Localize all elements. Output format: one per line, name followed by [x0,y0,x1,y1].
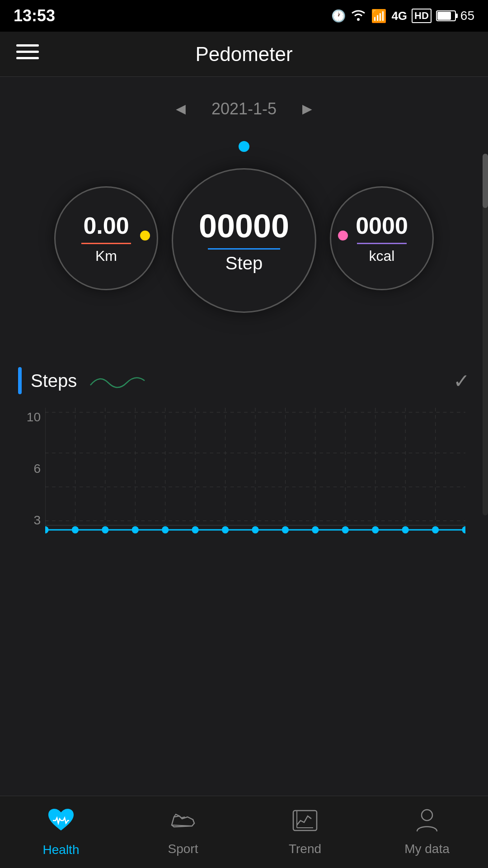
nav-trend[interactable]: Trend [244,808,366,856]
step-indicator-dot [239,141,249,152]
nav-health[interactable]: Health [0,807,122,857]
nav-sport-label: Sport [168,842,198,856]
status-icons: 🕐 📶 4G HD 65 [331,8,474,24]
mydata-icon [413,808,441,838]
steps-chart: 10 6 3 [23,408,465,543]
prev-date-button[interactable]: ◄ [168,95,193,123]
header: Pedometer [0,32,488,77]
status-bar: 13:53 🕐 📶 4G HD 65 [0,0,488,32]
trend-icon [291,808,319,838]
km-value: 0.00 [83,212,129,239]
page-title: Pedometer [195,43,292,66]
nav-sport[interactable]: Sport [122,808,244,856]
next-date-button[interactable]: ► [295,95,320,123]
nav-mydata[interactable]: My data [366,808,488,856]
steps-wave-icon [86,369,167,392]
svg-point-31 [162,526,169,533]
svg-point-35 [282,526,289,533]
y-label-6: 6 [23,462,45,476]
svg-point-38 [372,526,379,533]
wifi-icon [350,8,366,24]
svg-point-28 [72,526,79,533]
steps-header-left: Steps [18,367,167,394]
step-circle: 00000 Step [172,168,316,313]
svg-point-27 [45,526,49,533]
svg-rect-3 [437,12,451,20]
steps-header: Steps ✓ [9,363,479,399]
scrollbar-thumb[interactable] [483,154,488,208]
current-date: 2021-1-5 [211,99,277,118]
steps-title: Steps [31,371,77,391]
clock-icon: 🕐 [331,9,346,23]
battery-icon: 65 [436,9,474,23]
km-underline [81,243,131,244]
svg-rect-2 [455,14,458,18]
step-value: 00000 [199,208,289,245]
kcal-underline [357,243,407,244]
chart-y-labels: 10 6 3 [23,408,45,530]
svg-point-30 [132,526,139,533]
svg-point-41 [462,526,465,533]
date-navigation: ◄ 2021-1-5 ► [0,77,488,132]
y-label-10: 10 [23,410,45,425]
svg-point-39 [402,526,409,533]
svg-point-34 [252,526,258,533]
4g-icon: 4G [391,9,407,23]
step-underline [208,248,280,250]
metrics-circles: 0.00 Km 00000 Step 0000 kcal [0,137,488,344]
kcal-connector-dot [338,231,348,241]
svg-rect-4 [16,44,39,47]
y-label-3: 3 [23,513,45,528]
svg-point-40 [432,526,439,533]
signal-icon: 📶 [371,9,387,24]
nav-health-label: Health [43,843,80,857]
km-connector-dot [140,231,150,241]
step-label: Step [225,253,263,274]
menu-button[interactable] [16,43,39,65]
svg-point-32 [192,526,199,533]
svg-point-29 [102,526,108,533]
sport-icon [169,808,197,838]
kcal-value: 0000 [356,212,408,239]
scrollbar[interactable] [483,154,488,515]
nav-mydata-label: My data [404,842,450,856]
nav-trend-label: Trend [289,842,321,856]
main-content: ◄ 2021-1-5 ► 0.00 Km 00000 Step 0000 kca… [0,77,488,796]
kcal-label: kcal [369,248,395,264]
svg-rect-5 [16,51,39,53]
svg-rect-6 [16,57,39,59]
steps-expand-button[interactable]: ✓ [453,369,470,392]
steps-section: Steps ✓ 10 6 3 [9,363,479,543]
battery-level: 65 [460,9,474,23]
bottom-navigation: Health Sport Trend [0,796,488,868]
hd-icon: HD [412,9,432,23]
svg-point-37 [342,526,349,533]
svg-point-0 [357,18,360,21]
chart-svg [45,408,465,543]
status-time: 13:53 [14,6,55,25]
health-icon [47,807,75,839]
svg-point-36 [312,526,319,533]
km-label: Km [95,248,117,264]
svg-point-43 [422,810,432,821]
steps-bar-indicator [18,367,22,394]
svg-point-33 [222,526,229,533]
